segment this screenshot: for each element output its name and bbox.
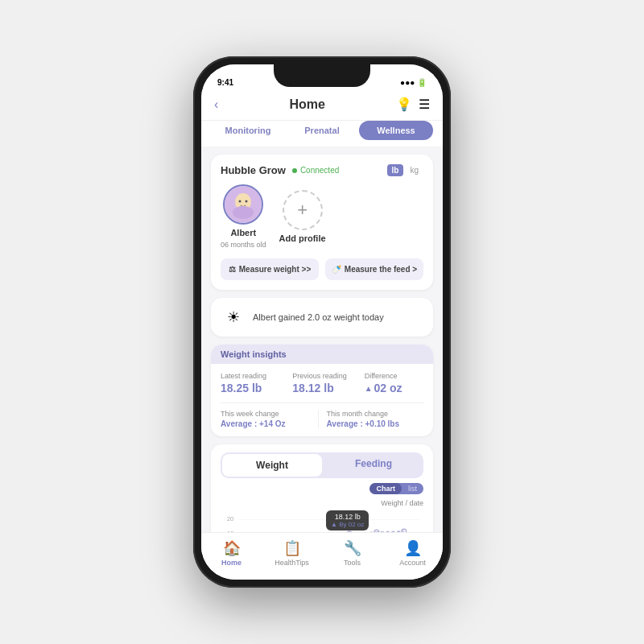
list-view-button[interactable]: list xyxy=(402,483,423,494)
tooltip-value: 18.12 lb xyxy=(331,513,364,521)
profile-age-albert: 06 months old xyxy=(221,241,266,249)
week-change: This week change Average : +14 Oz xyxy=(221,410,319,428)
month-change-value: Average : +0.10 lbs xyxy=(327,419,416,428)
tab-wellness[interactable]: Wellness xyxy=(359,121,433,140)
connected-label: Connected xyxy=(300,166,339,175)
add-profile-button[interactable]: + xyxy=(283,190,323,230)
settings-icon[interactable]: ☰ xyxy=(419,97,430,112)
header-icons: 💡 ☰ xyxy=(396,97,430,112)
chart-controls: Chart list xyxy=(211,483,433,499)
sun-icon: ☀ xyxy=(222,306,245,328)
previous-reading: Previous reading 18.12 lb xyxy=(292,372,351,394)
measure-feed-label: Measure the feed > xyxy=(345,265,417,274)
latest-reading-label: Latest reading xyxy=(221,372,279,380)
chart-view-button[interactable]: Chart xyxy=(369,483,402,494)
readings-row: Latest reading 18.25 lb Previous reading… xyxy=(221,372,423,394)
unit-lb-button[interactable]: lb xyxy=(387,164,404,176)
difference-label: Difference xyxy=(365,372,423,380)
week-change-value: Average : +14 Oz xyxy=(221,419,310,428)
changes-row: This week change Average : +14 Oz This m… xyxy=(221,402,423,428)
add-profile-label: Add profile xyxy=(279,233,326,243)
notch xyxy=(274,64,370,87)
phone-frame: 9:41 ●●● 🔋 ‹ Home 💡 ☰ Monitoring Prenata… xyxy=(193,56,451,588)
data-tabs: Weight Feeding xyxy=(221,452,423,478)
page-title: Home xyxy=(218,97,396,112)
nav-tools-label: Tools xyxy=(344,559,361,567)
svg-point-3 xyxy=(246,200,248,203)
device-header: Hubble Grow Connected lb kg xyxy=(221,164,423,176)
month-change: This month change Average : +0.10 lbs xyxy=(327,410,424,428)
connected-badge: Connected xyxy=(292,166,339,175)
nav-healthtips[interactable]: 📋 HealthTips xyxy=(262,539,322,567)
unit-kg-button[interactable]: kg xyxy=(405,164,423,176)
weight-insights-card: Weight insights Latest reading 18.25 lb … xyxy=(211,345,433,436)
device-name: Hubble Grow xyxy=(221,164,286,176)
avatar-albert xyxy=(223,184,263,225)
chart-tooltip: 18.12 lb ▲ By 02 oz xyxy=(326,510,369,530)
tip-icon[interactable]: 💡 xyxy=(396,97,412,112)
insights-body: Latest reading 18.25 lb Previous reading… xyxy=(211,364,433,436)
action-buttons: ⚖ Measure weight >> 🍼 Measure the feed > xyxy=(221,258,423,280)
header: ‹ Home 💡 ☰ xyxy=(201,90,443,121)
tab-monitoring[interactable]: Monitoring xyxy=(211,121,285,140)
nav-account[interactable]: 👤 Account xyxy=(382,539,443,567)
screen: 9:41 ●●● 🔋 ‹ Home 💡 ☰ Monitoring Prenata… xyxy=(201,64,443,580)
profiles-row: Albert 06 months old + Add profile xyxy=(221,184,423,249)
svg-text:20: 20 xyxy=(227,515,234,522)
signal: ●●● 🔋 xyxy=(400,78,427,87)
insights-header: Weight insights xyxy=(211,345,433,364)
bottom-nav: 🏠 Home 📋 HealthTips 🔧 Tools 👤 Account xyxy=(201,532,443,580)
svg-point-2 xyxy=(239,200,242,203)
phone-inner: 9:41 ●●● 🔋 ‹ Home 💡 ☰ Monitoring Prenata… xyxy=(201,64,443,580)
home-icon: 🏠 xyxy=(223,539,241,557)
previous-reading-label: Previous reading xyxy=(292,372,351,380)
scale-icon: ⚖ xyxy=(229,265,236,274)
difference-value: ▲ 02 oz xyxy=(365,382,423,394)
nav-tools[interactable]: 🔧 Tools xyxy=(322,539,382,567)
chart-header: Weight / date xyxy=(221,499,423,507)
previous-reading-value: 18.12 lb xyxy=(292,382,351,394)
device-card: Hubble Grow Connected lb kg xyxy=(211,155,433,290)
latest-reading: Latest reading 18.25 lb xyxy=(221,372,279,394)
insight-text: Albert gained 2.0 oz weight today xyxy=(253,312,384,322)
measure-weight-button[interactable]: ⚖ Measure weight >> xyxy=(221,258,319,280)
connected-dot xyxy=(292,168,297,173)
tab-prenatal[interactable]: Prenatal xyxy=(285,121,359,140)
profile-name-albert: Albert xyxy=(230,228,256,237)
time: 9:41 xyxy=(217,78,233,87)
week-change-label: This week change xyxy=(221,410,310,418)
latest-reading-value: 18.25 lb xyxy=(221,382,279,394)
nav-home-label: Home xyxy=(221,559,242,567)
nav-account-label: Account xyxy=(399,559,426,567)
baby-avatar-svg xyxy=(225,186,262,223)
measure-weight-label: Measure weight >> xyxy=(239,265,311,274)
month-change-label: This month change xyxy=(327,410,416,418)
chart-y-label: Weight / date xyxy=(381,499,423,507)
svg-point-4 xyxy=(233,206,254,219)
nav-healthtips-label: HealthTips xyxy=(275,559,309,567)
profile-add[interactable]: + Add profile xyxy=(279,190,326,243)
nav-tabs: Monitoring Prenatal Wellness xyxy=(201,121,443,147)
insight-card: ☀ Albert gained 2.0 oz weight today xyxy=(211,298,433,336)
content: Hubble Grow Connected lb kg xyxy=(201,147,443,580)
tooltip-sub: ▲ By 02 oz xyxy=(331,521,364,528)
measure-feed-button[interactable]: 🍼 Measure the feed > xyxy=(325,258,423,280)
tools-icon: 🔧 xyxy=(344,539,361,557)
healthtips-icon: 📋 xyxy=(283,539,301,557)
profile-albert[interactable]: Albert 06 months old xyxy=(221,184,266,249)
tab-feeding[interactable]: Feeding xyxy=(324,452,423,478)
nav-home[interactable]: 🏠 Home xyxy=(201,539,262,567)
up-arrow-icon: ▲ xyxy=(365,384,373,393)
unit-toggle: lb kg xyxy=(387,164,423,176)
account-icon: 👤 xyxy=(404,539,422,557)
bottle-icon: 🍼 xyxy=(332,265,341,274)
tab-weight[interactable]: Weight xyxy=(222,454,322,477)
chart-toggle: Chart list xyxy=(369,483,423,494)
difference-reading: Difference ▲ 02 oz xyxy=(365,372,423,394)
